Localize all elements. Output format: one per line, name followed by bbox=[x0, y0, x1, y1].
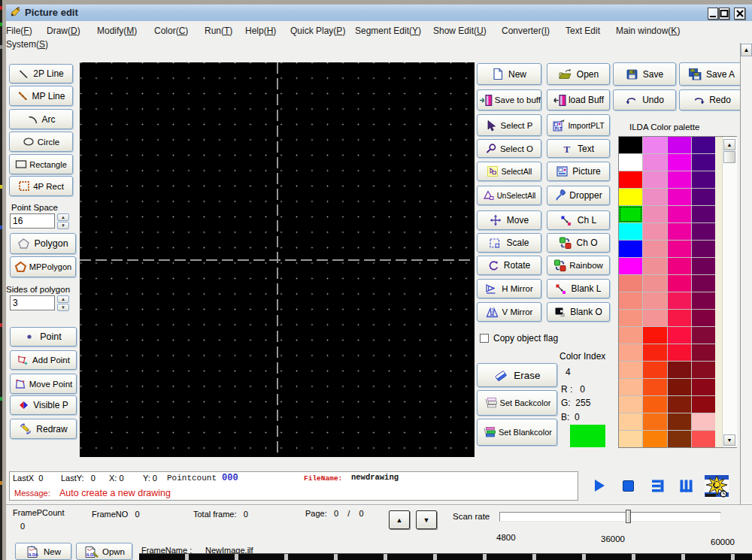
svg-text:PLT: PLT bbox=[555, 126, 563, 130]
svg-text:T: T bbox=[563, 144, 570, 155]
svg-text:ILDA: ILDA bbox=[29, 552, 38, 557]
